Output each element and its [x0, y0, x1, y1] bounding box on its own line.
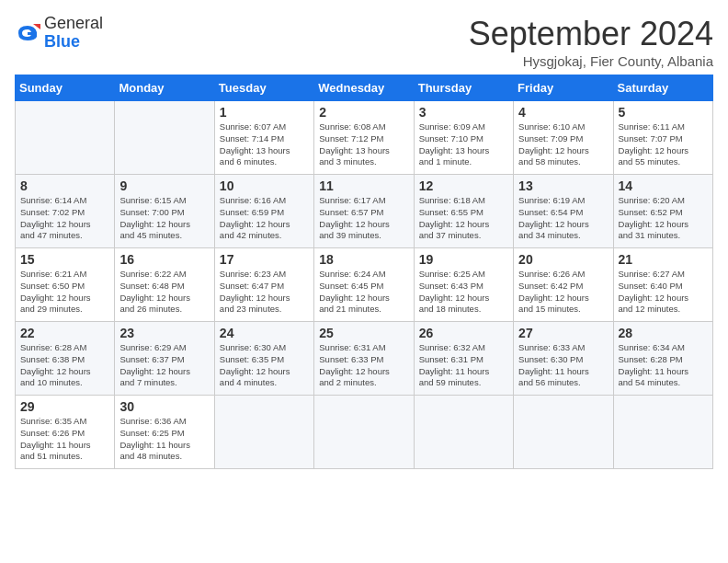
day-info: Sunrise: 6:07 AM Sunset: 7:14 PM Dayligh…: [220, 121, 309, 168]
day-info: Sunrise: 6:33 AM Sunset: 6:30 PM Dayligh…: [518, 342, 608, 389]
day-number: 5: [619, 105, 708, 120]
day-number: 20: [518, 252, 608, 267]
day-info: Sunrise: 6:29 AM Sunset: 6:37 PM Dayligh…: [119, 342, 209, 389]
calendar-day-cell: [514, 396, 613, 469]
calendar-day-cell: 14Sunrise: 6:20 AM Sunset: 6:52 PM Dayli…: [613, 175, 712, 248]
calendar-day-cell: 15Sunrise: 6:21 AM Sunset: 6:50 PM Dayli…: [16, 248, 115, 322]
day-number: 12: [419, 178, 508, 193]
calendar-header: SundayMondayTuesdayWednesdayThursdayFrid…: [16, 75, 713, 101]
day-info: Sunrise: 6:32 AM Sunset: 6:31 PM Dayligh…: [419, 342, 508, 389]
calendar-day-cell: [16, 101, 115, 175]
calendar-day-cell: 5Sunrise: 6:11 AM Sunset: 7:07 PM Daylig…: [613, 101, 712, 175]
day-info: Sunrise: 6:24 AM Sunset: 6:45 PM Dayligh…: [319, 269, 408, 316]
calendar-day-cell: [414, 396, 513, 469]
weekday-header-sunday: Sunday: [16, 75, 115, 101]
calendar-day-cell: 11Sunrise: 6:17 AM Sunset: 6:57 PM Dayli…: [314, 175, 414, 248]
day-number: 9: [119, 178, 209, 193]
day-number: 10: [220, 178, 309, 193]
calendar-day-cell: 28Sunrise: 6:34 AM Sunset: 6:28 PM Dayli…: [613, 322, 712, 396]
day-info: Sunrise: 6:28 AM Sunset: 6:38 PM Dayligh…: [20, 342, 109, 389]
calendar-day-cell: [214, 396, 313, 469]
day-info: Sunrise: 6:34 AM Sunset: 6:28 PM Dayligh…: [619, 342, 708, 389]
calendar-day-cell: 21Sunrise: 6:27 AM Sunset: 6:40 PM Dayli…: [613, 248, 712, 322]
calendar-week-row: 8Sunrise: 6:14 AM Sunset: 7:02 PM Daylig…: [16, 175, 713, 248]
logo-text: General Blue: [44, 15, 103, 52]
calendar-week-row: 29Sunrise: 6:35 AM Sunset: 6:26 PM Dayli…: [16, 396, 713, 469]
calendar-day-cell: 29Sunrise: 6:35 AM Sunset: 6:26 PM Dayli…: [16, 396, 115, 469]
day-number: 1: [220, 105, 309, 120]
calendar-day-cell: 13Sunrise: 6:19 AM Sunset: 6:54 PM Dayli…: [514, 175, 613, 248]
day-number: 13: [518, 178, 608, 193]
day-number: 22: [20, 326, 109, 340]
day-info: Sunrise: 6:09 AM Sunset: 7:10 PM Dayligh…: [419, 121, 508, 168]
calendar-week-row: 1Sunrise: 6:07 AM Sunset: 7:14 PM Daylig…: [16, 101, 713, 175]
day-info: Sunrise: 6:20 AM Sunset: 6:52 PM Dayligh…: [619, 195, 708, 242]
weekday-header-thursday: Thursday: [414, 75, 513, 101]
day-number: 27: [518, 326, 608, 340]
weekday-header-saturday: Saturday: [613, 75, 712, 101]
calendar-day-cell: 17Sunrise: 6:23 AM Sunset: 6:47 PM Dayli…: [214, 248, 313, 322]
day-info: Sunrise: 6:15 AM Sunset: 7:00 PM Dayligh…: [119, 195, 209, 242]
day-number: 19: [419, 252, 508, 267]
day-number: 25: [319, 326, 408, 340]
day-info: Sunrise: 6:11 AM Sunset: 7:07 PM Dayligh…: [619, 121, 708, 168]
day-info: Sunrise: 6:17 AM Sunset: 6:57 PM Dayligh…: [319, 195, 408, 242]
day-info: Sunrise: 6:31 AM Sunset: 6:33 PM Dayligh…: [319, 342, 408, 389]
day-info: Sunrise: 6:14 AM Sunset: 7:02 PM Dayligh…: [20, 195, 109, 242]
calendar-week-row: 22Sunrise: 6:28 AM Sunset: 6:38 PM Dayli…: [16, 322, 713, 396]
day-info: Sunrise: 6:30 AM Sunset: 6:35 PM Dayligh…: [220, 342, 309, 389]
logo: General Blue: [15, 15, 103, 52]
day-info: Sunrise: 6:16 AM Sunset: 6:59 PM Dayligh…: [220, 195, 309, 242]
calendar-day-cell: [115, 101, 214, 175]
calendar-body: 1Sunrise: 6:07 AM Sunset: 7:14 PM Daylig…: [16, 101, 713, 469]
day-info: Sunrise: 6:08 AM Sunset: 7:12 PM Dayligh…: [319, 121, 408, 168]
day-number: 11: [319, 178, 408, 193]
day-info: Sunrise: 6:21 AM Sunset: 6:50 PM Dayligh…: [20, 269, 109, 316]
calendar-day-cell: 1Sunrise: 6:07 AM Sunset: 7:14 PM Daylig…: [214, 101, 313, 175]
location: Hysgjokaj, Fier County, Albania: [469, 53, 713, 69]
day-info: Sunrise: 6:25 AM Sunset: 6:43 PM Dayligh…: [419, 269, 508, 316]
calendar-day-cell: [314, 396, 414, 469]
weekday-header-wednesday: Wednesday: [314, 75, 414, 101]
day-number: 2: [319, 105, 408, 120]
day-info: Sunrise: 6:10 AM Sunset: 7:09 PM Dayligh…: [518, 121, 608, 168]
day-number: 28: [619, 326, 708, 340]
logo-icon: [15, 20, 40, 46]
calendar-day-cell: [613, 396, 712, 469]
day-info: Sunrise: 6:36 AM Sunset: 6:25 PM Dayligh…: [119, 416, 209, 463]
logo-general-text: General: [44, 15, 103, 33]
title-section: September 2024 Hysgjokaj, Fier County, A…: [469, 15, 713, 69]
day-info: Sunrise: 6:35 AM Sunset: 6:26 PM Dayligh…: [20, 416, 109, 463]
day-number: 21: [619, 252, 708, 267]
day-number: 16: [119, 252, 209, 267]
calendar-day-cell: 2Sunrise: 6:08 AM Sunset: 7:12 PM Daylig…: [314, 101, 414, 175]
day-info: Sunrise: 6:19 AM Sunset: 6:54 PM Dayligh…: [518, 195, 608, 242]
page-header: General Blue September 2024 Hysgjokaj, F…: [15, 15, 713, 69]
calendar-day-cell: 23Sunrise: 6:29 AM Sunset: 6:37 PM Dayli…: [115, 322, 214, 396]
calendar-day-cell: 24Sunrise: 6:30 AM Sunset: 6:35 PM Dayli…: [214, 322, 313, 396]
calendar-week-row: 15Sunrise: 6:21 AM Sunset: 6:50 PM Dayli…: [16, 248, 713, 322]
calendar-day-cell: 12Sunrise: 6:18 AM Sunset: 6:55 PM Dayli…: [414, 175, 513, 248]
calendar-day-cell: 27Sunrise: 6:33 AM Sunset: 6:30 PM Dayli…: [514, 322, 613, 396]
day-number: 4: [518, 105, 608, 120]
day-number: 17: [220, 252, 309, 267]
calendar-day-cell: 9Sunrise: 6:15 AM Sunset: 7:00 PM Daylig…: [115, 175, 214, 248]
day-number: 15: [20, 252, 109, 267]
calendar-day-cell: 16Sunrise: 6:22 AM Sunset: 6:48 PM Dayli…: [115, 248, 214, 322]
calendar-day-cell: 25Sunrise: 6:31 AM Sunset: 6:33 PM Dayli…: [314, 322, 414, 396]
day-info: Sunrise: 6:27 AM Sunset: 6:40 PM Dayligh…: [619, 269, 708, 316]
day-number: 18: [319, 252, 408, 267]
calendar-day-cell: 22Sunrise: 6:28 AM Sunset: 6:38 PM Dayli…: [16, 322, 115, 396]
calendar-day-cell: 3Sunrise: 6:09 AM Sunset: 7:10 PM Daylig…: [414, 101, 513, 175]
calendar-day-cell: 10Sunrise: 6:16 AM Sunset: 6:59 PM Dayli…: [214, 175, 313, 248]
month-title: September 2024: [469, 15, 713, 53]
day-info: Sunrise: 6:22 AM Sunset: 6:48 PM Dayligh…: [119, 269, 209, 316]
day-info: Sunrise: 6:26 AM Sunset: 6:42 PM Dayligh…: [518, 269, 608, 316]
day-number: 29: [20, 399, 109, 414]
day-number: 23: [119, 326, 209, 340]
day-number: 3: [419, 105, 508, 120]
calendar-day-cell: 8Sunrise: 6:14 AM Sunset: 7:02 PM Daylig…: [16, 175, 115, 248]
calendar-day-cell: 19Sunrise: 6:25 AM Sunset: 6:43 PM Dayli…: [414, 248, 513, 322]
day-number: 30: [119, 399, 209, 414]
day-number: 14: [619, 178, 708, 193]
